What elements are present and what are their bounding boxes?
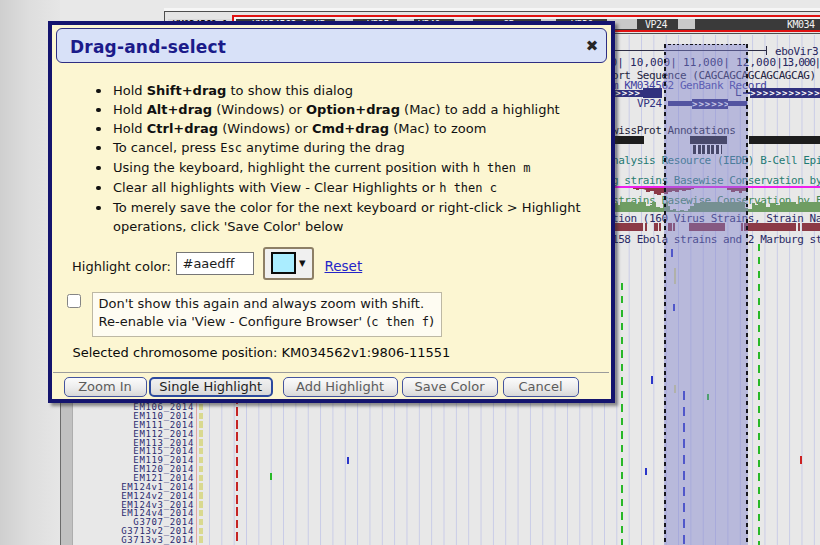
variant-tick [270, 473, 272, 480]
selected-position-text: Selected chromosome position: KM034562v1… [73, 345, 451, 360]
strain-khaki-cell [199, 404, 203, 411]
strain-khaki-cell [199, 448, 203, 455]
strain-khaki-cell [199, 421, 203, 428]
instruction-item-5: Using the keyboard, highlight the curren… [96, 158, 596, 178]
buttonpane-divider [53, 372, 609, 373]
single-highlight-button[interactable]: Single Highlight [149, 377, 273, 397]
ruler-end-tick [766, 46, 767, 55]
overview-gene-vp24: VP24 [645, 19, 672, 30]
green-dashed-line-1 [621, 283, 623, 545]
ucsc-genome-browser-screen: KM034562v1 KM034562v1NPVP35VP40GPVP30VP2… [0, 0, 820, 545]
strains-bar [798, 223, 800, 231]
strain-khaki-cell [199, 501, 203, 508]
strain-khaki-cell [199, 430, 203, 437]
strains-block-solid-4 [802, 223, 820, 231]
selection-top-border [664, 44, 748, 46]
instruction-item-7: To merely save the color for the next ke… [96, 198, 596, 236]
color-picker-button[interactable]: ▼ [263, 247, 314, 280]
save-color-button[interactable]: Save Color [402, 377, 498, 397]
highlight-color-row: Highlight color: ▼ Reset [72, 251, 602, 285]
highlight-color-label: Highlight color: [72, 259, 171, 274]
strains-block-solid-1 [614, 223, 643, 231]
cancel-button[interactable]: Cancel [503, 377, 579, 397]
zoom-in-button[interactable]: Zoom In [64, 377, 147, 397]
strain-khaki-cell [199, 457, 203, 464]
swissprot-block-3[interactable] [749, 136, 820, 144]
instruction-item-4: To cancel, press Esc anytime during the … [96, 138, 596, 158]
add-highlight-button[interactable]: Add Highlight [283, 377, 398, 397]
picker-dropdown-icon: ▼ [299, 258, 306, 268]
strain-khaki-cell [199, 510, 203, 517]
strain-khaki-cell [199, 439, 203, 446]
strain-khaki-cell [199, 519, 203, 526]
dialog-titlebar[interactable]: Drag-and-select ✖ [56, 28, 607, 63]
instruction-item-1: Hold Shift+drag to show this dialog [96, 81, 596, 100]
strain-khaki-cell [199, 483, 203, 490]
gene-l-bar[interactable]: >>>>>>>>>>>> [750, 88, 820, 98]
strain-khaki-cell [199, 528, 203, 535]
strain-khaki-cell [199, 475, 203, 482]
variant-tick [347, 457, 349, 464]
gene-vp24-label: VP24 [637, 99, 662, 109]
color-swatch [271, 252, 296, 274]
ruler-label: 13,000| [768, 56, 820, 69]
overview-gap-segment [678, 19, 695, 29]
overview-gene-km034: KM034 [787, 19, 820, 30]
gene-strand-arrows: >>>>>>>>>>>> [750, 88, 820, 98]
variant-tick [651, 376, 653, 384]
dontshow-box: Don't show this again and always zoom wi… [92, 292, 442, 337]
reset-link[interactable]: Reset [325, 258, 363, 274]
drag-and-select-dialog: Drag-and-select ✖ Hold Shift+drag to sho… [48, 21, 615, 403]
dialog-title: Drag-and-select [70, 37, 226, 57]
instruction-item-3: Hold Ctrl+drag (Windows) or Cmd+drag (Ma… [96, 119, 596, 138]
dontshow-line2: Re-enable via 'View - Configure Browser'… [99, 314, 435, 329]
highlight-color-input[interactable] [176, 252, 254, 275]
strains-bar [659, 223, 661, 231]
strains-block-solid-3 [744, 223, 796, 231]
drag-selection-overlay[interactable] [664, 44, 748, 545]
close-icon[interactable]: ✖ [583, 37, 601, 55]
instructions-list: Hold Shift+drag to show this dialogHold … [96, 81, 596, 236]
strains-bar [656, 223, 658, 231]
instruction-item-6: Clear all highlights with View - Clear H… [96, 178, 596, 198]
variant-tick [800, 456, 802, 464]
strains-bar [645, 223, 647, 231]
dontshow-line1: Don't show this again and always zoom wi… [99, 296, 425, 311]
alignment-pink-line [196, 380, 197, 545]
variant-tick [645, 468, 647, 475]
instruction-item-2: Hold Alt+drag (Windows) or Option+drag (… [96, 100, 596, 119]
strain-label[interactable]: G3713v3_2014 [118, 536, 194, 545]
strain-khaki-cell [199, 413, 203, 420]
strain-khaki-cell [199, 466, 203, 473]
strain-khaki-cell [199, 492, 203, 499]
strain-khaki-cell [199, 536, 203, 543]
dontshow-checkbox[interactable] [67, 294, 81, 308]
green-dashed-line-2 [758, 244, 760, 545]
